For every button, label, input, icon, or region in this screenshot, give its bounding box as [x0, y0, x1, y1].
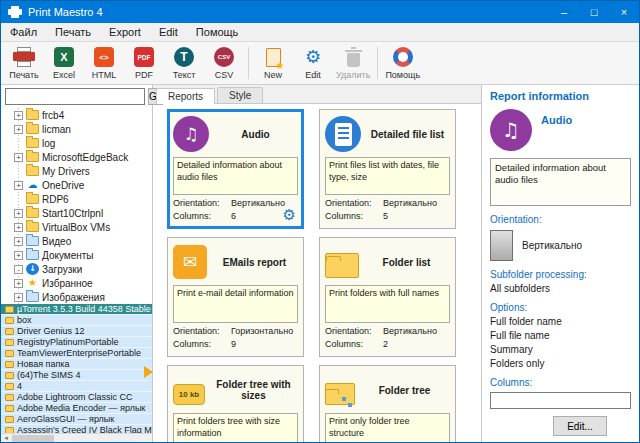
tree-item-log[interactable]: log: [1, 136, 152, 150]
columns-input[interactable]: [490, 392, 631, 409]
folder-icon: [5, 416, 14, 423]
tree-item-licman[interactable]: +licman: [1, 122, 152, 136]
expand-icon[interactable]: +: [14, 181, 23, 190]
tabbar: Reports Style: [153, 85, 481, 104]
audio-note-icon: ♫: [490, 109, 532, 151]
app-window: Print Maestro 4 – □ × Файл Печать Export…: [0, 0, 640, 443]
tab-reports[interactable]: Reports: [156, 88, 215, 104]
list-item-driver-genius[interactable]: Driver Genius 12: [1, 326, 152, 337]
help-button[interactable]: Помощь: [382, 43, 423, 83]
report-card-folder-tree[interactable]: Folder tree Print only folder tree struc…: [319, 365, 456, 442]
expand-icon[interactable]: +: [14, 111, 23, 120]
expand-icon[interactable]: +: [14, 237, 23, 246]
tree-item-onedrive[interactable]: +☁OneDrive: [1, 178, 152, 192]
list-item-adobe-media-encoder[interactable]: Adobe Media Encoder — ярлык: [1, 403, 152, 414]
list-item-label: Driver Genius 12: [17, 326, 85, 336]
list-item-registryplatinum[interactable]: RegistryPlatinumPortable: [1, 337, 152, 348]
list-item-teamviewer[interactable]: TeamViewerEnterprisePortable: [1, 348, 152, 359]
folder-icon: [26, 208, 39, 218]
tree-item-label: MicrosoftEdgeBack: [42, 152, 128, 163]
expand-icon[interactable]: +: [14, 209, 23, 218]
tree-item-downloads[interactable]: -↓Загрузки: [1, 262, 152, 276]
expand-icon[interactable]: +: [14, 125, 23, 134]
expand-icon[interactable]: +: [14, 293, 23, 302]
menu-item-file[interactable]: Файл: [1, 23, 46, 41]
report-card-title: Folder list: [363, 257, 450, 268]
print-button[interactable]: Печать: [4, 43, 44, 83]
report-card-emails[interactable]: ✉ EMails report Print e-mail detail info…: [167, 237, 304, 357]
menu-item-help[interactable]: Помощь: [187, 23, 248, 41]
list-item-box[interactable]: box: [1, 315, 152, 326]
new-document-icon: [266, 48, 281, 67]
orientation-value: Вертикально: [522, 240, 582, 251]
expand-icon[interactable]: +: [14, 251, 23, 260]
list-item-4[interactable]: 4: [1, 381, 152, 392]
horizontal-scrollbar[interactable]: ◄: [1, 433, 152, 442]
tree-item-start10ctrlpnl[interactable]: +Start10Ctrlpnl: [1, 206, 152, 220]
expand-icon[interactable]: +: [14, 153, 23, 162]
pdf-button[interactable]: PDF PDF: [124, 43, 164, 83]
list-item-adobe-lightroom[interactable]: Adobe Lightroom Classic CC: [1, 392, 152, 403]
scrollbar-thumb[interactable]: [12, 435, 54, 442]
tree-item-label: Избранное: [42, 278, 93, 289]
folder-icon: [5, 317, 14, 324]
card-settings-gear-icon[interactable]: ⚙: [283, 207, 296, 223]
report-card-audio[interactable]: ♫ Audio Detailed information about audio…: [167, 109, 304, 229]
report-card-folder-list[interactable]: Folder list Print folders with full name…: [319, 237, 456, 357]
tool-label: Удалить: [336, 70, 370, 80]
splitter-arrow-icon[interactable]: [144, 366, 153, 378]
report-card-folder-tree-sizes[interactable]: 10 kb Folder tree with sizes Print folde…: [167, 365, 304, 442]
new-button[interactable]: New: [253, 43, 293, 83]
tree-item-frcb4[interactable]: +frcb4: [1, 108, 152, 122]
html-button[interactable]: <> HTML: [84, 43, 124, 83]
menubar: Файл Печать Export Edit Помощь: [1, 23, 639, 42]
maximize-button[interactable]: □: [579, 1, 609, 23]
expand-icon[interactable]: -: [14, 265, 23, 274]
edit-button[interactable]: ⚙ Edit: [293, 43, 333, 83]
delete-button: Удалить: [333, 43, 373, 83]
tree-item-favorites[interactable]: +★Избранное: [1, 276, 152, 290]
tool-label: Печать: [9, 70, 38, 80]
menu-item-print[interactable]: Печать: [46, 23, 100, 41]
report-name: Audio: [541, 114, 572, 126]
report-card-detailed-file-list[interactable]: Detailed file list Print files list with…: [319, 109, 456, 229]
expand-icon[interactable]: +: [14, 279, 23, 288]
tree-item-pictures[interactable]: +Изображения: [1, 290, 152, 304]
csv-icon: CSV: [214, 47, 234, 67]
list-item-sims4[interactable]: (64)The SIMS 4: [1, 370, 152, 381]
report-card-description: Print files list with dates, file type, …: [325, 157, 450, 195]
excel-button[interactable]: X Excel: [44, 43, 84, 83]
list-item-label: 4: [17, 381, 22, 391]
menu-item-edit[interactable]: Edit: [150, 23, 187, 41]
text-export-button[interactable]: T Текст: [164, 43, 204, 83]
search-input[interactable]: [5, 88, 145, 105]
list-item-aeroglassgui[interactable]: AeroGlassGUI — ярлык: [1, 414, 152, 425]
scroll-left-icon[interactable]: ◄: [1, 434, 11, 442]
report-card-description: Print folders with full names: [325, 285, 450, 323]
folder-tree: +frcb4 +licman log +MicrosoftEdgeBack My…: [1, 108, 152, 304]
expand-icon[interactable]: +: [14, 223, 23, 232]
tab-style[interactable]: Style: [217, 87, 263, 103]
tree-item-videos[interactable]: +Видео: [1, 234, 152, 248]
list-item-utorrent[interactable]: µTorrent 3.5.3 Build 44358 Stable: [1, 304, 152, 315]
orientation-label: Orientation:: [325, 198, 383, 208]
minimize-button[interactable]: –: [549, 1, 579, 23]
report-card-description: Print folders tree with size information: [173, 413, 298, 442]
columns-value: 2: [383, 339, 388, 349]
list-item-new-folder[interactable]: Новая папка: [1, 359, 152, 370]
email-envelope-icon: ✉: [173, 245, 207, 279]
edit-report-button[interactable]: Edit...: [553, 416, 607, 436]
tree-item-documents[interactable]: +Документы: [1, 248, 152, 262]
close-button[interactable]: ×: [609, 1, 639, 23]
folder-icon: [26, 166, 39, 176]
tree-item-my-drivers[interactable]: My Drivers: [1, 164, 152, 178]
csv-button[interactable]: CSV CSV: [204, 43, 244, 83]
tree-item-label: log: [42, 138, 55, 149]
folder-icon: [5, 405, 14, 412]
tree-item-microsoftedgeback[interactable]: +MicrosoftEdgeBack: [1, 150, 152, 164]
tree-item-rdp6[interactable]: RDP6: [1, 192, 152, 206]
orientation-value: Горизонтально: [231, 326, 293, 336]
toolbar-separator: [248, 47, 249, 79]
tree-item-virtualbox-vms[interactable]: +VirtualBox VMs: [1, 220, 152, 234]
menu-item-export[interactable]: Export: [100, 23, 150, 41]
